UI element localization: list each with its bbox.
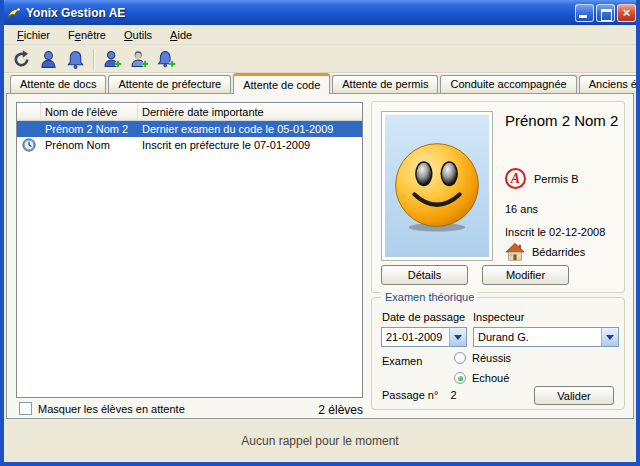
registration-date: Inscrit le 02-12-2008 (505, 226, 605, 238)
student-icon[interactable] (36, 47, 60, 71)
radio-reussis[interactable] (454, 352, 466, 364)
menu-bar: Fichier Fenêtre Outils Aide (4, 25, 636, 45)
chevron-down-icon[interactable] (449, 328, 466, 346)
menu-fichier[interactable]: Fichier (10, 27, 57, 43)
attempt-row: Passage n° 2 (382, 389, 457, 401)
exam-date-combobox[interactable]: 21-01-2009 (381, 327, 467, 347)
radio-fail-row: Echoué (454, 372, 509, 384)
maximize-button[interactable] (596, 4, 615, 22)
tab-attente-de-prefecture[interactable]: Attente de préfecture (108, 75, 231, 93)
app-icon (6, 5, 22, 21)
tab-strip: Attente de docs Attente de préfecture At… (10, 73, 630, 93)
header-icon-column[interactable] (17, 103, 41, 120)
minimize-button[interactable] (575, 4, 594, 22)
close-button[interactable]: × (617, 4, 636, 22)
student-count: 2 élèves (16, 403, 363, 417)
table-row[interactable]: Prénom 2 Nom 2 Dernier examen du code le… (17, 121, 362, 137)
chevron-down-icon[interactable] (601, 328, 618, 346)
header-name-column[interactable]: Nom de l'élève (41, 103, 138, 120)
radio-reussis-label: Réussis (472, 352, 511, 364)
modify-button[interactable]: Modifier (482, 265, 569, 285)
inspector-label: Inspecteur (473, 311, 524, 323)
student-list: Nom de l'élève Dernière date importante … (16, 102, 363, 398)
radio-echoue-label: Echoué (472, 372, 509, 384)
tab-attente-de-permis[interactable]: Attente de permis (332, 75, 438, 93)
smiley-image (385, 115, 489, 257)
refresh-icon[interactable] (9, 47, 33, 71)
table-row[interactable]: Prénom Nom Inscrit en préfecture le 07-0… (17, 137, 362, 153)
list-header: Nom de l'élève Dernière date importante (17, 103, 362, 121)
student-name-cell: Prénom Nom (41, 139, 138, 151)
window-controls: × (575, 4, 636, 22)
attempt-label: Passage n° (382, 389, 438, 401)
tab-page: Nom de l'élève Dernière date importante … (6, 93, 634, 419)
menu-aide[interactable]: Aide (163, 27, 199, 43)
license-label: Permis B (534, 173, 579, 185)
student-detail-panel: Prénom 2 Nom 2 A Permis B 16 ans Inscrit… (371, 101, 625, 293)
student-age: 16 ans (505, 203, 538, 215)
tab-attente-de-docs[interactable]: Attente de docs (10, 75, 106, 93)
window-title: Yonix Gestion AE (26, 6, 575, 20)
menu-fenetre[interactable]: Fenêtre (61, 27, 113, 43)
exam-theory-group: Examen théorique Date de passage Inspect… (371, 297, 625, 410)
radio-pass-row: Réussis (454, 352, 511, 364)
header-date-column[interactable]: Dernière date importante (138, 103, 362, 120)
inspector-combobox[interactable]: Durand G. (473, 327, 619, 347)
exam-date-label: Date de passage (382, 311, 465, 323)
city-name: Bédarrides (532, 246, 585, 258)
app-window: Yonix Gestion AE × Fichier Fenêtre Outil… (0, 0, 640, 466)
inspector-value: Durand G. (474, 331, 601, 343)
detail-buttons: Détails Modifier (381, 265, 569, 285)
validate-button[interactable]: Valider (534, 386, 614, 405)
exam-date-value: 21-01-2009 (382, 331, 449, 343)
exam-result-label: Examen (382, 355, 422, 367)
toolbar-separator (93, 49, 94, 69)
tab-attente-de-code[interactable]: Attente de code (233, 73, 330, 94)
add-student-icon[interactable] (100, 47, 124, 71)
license-row: A Permis B (505, 168, 579, 189)
exam-group-title: Examen théorique (381, 291, 478, 303)
tab-conduite-accompagnee[interactable]: Conduite accompagnée (440, 75, 576, 93)
clock-icon (17, 138, 41, 152)
house-icon (505, 242, 525, 262)
title-bar[interactable]: Yonix Gestion AE × (0, 0, 640, 25)
student-photo (381, 111, 493, 261)
student-date-cell: Inscrit en préfecture le 07-01-2009 (138, 139, 362, 151)
city-row: Bédarrides (505, 242, 585, 262)
student-name-cell: Prénom 2 Nom 2 (41, 123, 138, 135)
toolbar (4, 46, 636, 73)
student-name: Prénom 2 Nom 2 (505, 112, 621, 131)
add-person-icon[interactable] (127, 47, 151, 71)
menu-outils[interactable]: Outils (117, 27, 159, 43)
tab-anciens-eleves[interactable]: Anciens élèves (579, 75, 640, 93)
reminder-bell-icon[interactable] (63, 47, 87, 71)
details-button[interactable]: Détails (381, 265, 468, 285)
add-reminder-icon[interactable] (154, 47, 178, 71)
student-date-cell: Dernier examen du code le 05-01-2009 (138, 123, 362, 135)
attempt-value: 2 (450, 389, 456, 401)
status-bar: Aucun rappel pour le moment (4, 419, 636, 462)
apprentice-a-icon: A (505, 168, 526, 189)
radio-echoue[interactable] (454, 372, 466, 384)
status-message: Aucun rappel pour le moment (241, 434, 398, 448)
